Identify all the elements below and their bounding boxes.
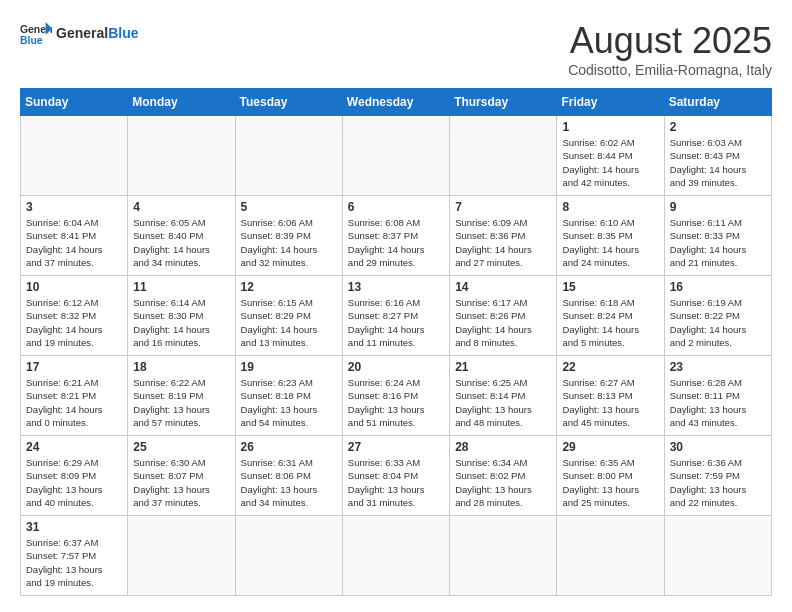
day-number: 26 <box>241 440 337 454</box>
day-number: 7 <box>455 200 551 214</box>
day-number: 11 <box>133 280 229 294</box>
page-header: General Blue GeneralBlue August 2025 Cod… <box>20 20 772 78</box>
calendar-cell: 28Sunrise: 6:34 AM Sunset: 8:02 PM Dayli… <box>450 436 557 516</box>
day-number: 10 <box>26 280 122 294</box>
day-number: 31 <box>26 520 122 534</box>
day-number: 1 <box>562 120 658 134</box>
calendar-week-row: 17Sunrise: 6:21 AM Sunset: 8:21 PM Dayli… <box>21 356 772 436</box>
day-number: 12 <box>241 280 337 294</box>
day-number: 17 <box>26 360 122 374</box>
calendar-cell: 20Sunrise: 6:24 AM Sunset: 8:16 PM Dayli… <box>342 356 449 436</box>
calendar-cell <box>664 516 771 596</box>
calendar-cell: 31Sunrise: 6:37 AM Sunset: 7:57 PM Dayli… <box>21 516 128 596</box>
calendar-week-row: 24Sunrise: 6:29 AM Sunset: 8:09 PM Dayli… <box>21 436 772 516</box>
calendar-cell <box>235 116 342 196</box>
weekday-header-monday: Monday <box>128 89 235 116</box>
day-info: Sunrise: 6:27 AM Sunset: 8:13 PM Dayligh… <box>562 376 658 429</box>
day-number: 24 <box>26 440 122 454</box>
calendar-cell: 23Sunrise: 6:28 AM Sunset: 8:11 PM Dayli… <box>664 356 771 436</box>
day-info: Sunrise: 6:16 AM Sunset: 8:27 PM Dayligh… <box>348 296 444 349</box>
location-subtitle: Codisotto, Emilia-Romagna, Italy <box>568 62 772 78</box>
day-info: Sunrise: 6:08 AM Sunset: 8:37 PM Dayligh… <box>348 216 444 269</box>
calendar-table: SundayMondayTuesdayWednesdayThursdayFrid… <box>20 88 772 596</box>
day-number: 22 <box>562 360 658 374</box>
day-info: Sunrise: 6:36 AM Sunset: 7:59 PM Dayligh… <box>670 456 766 509</box>
title-block: August 2025 Codisotto, Emilia-Romagna, I… <box>568 20 772 78</box>
day-info: Sunrise: 6:21 AM Sunset: 8:21 PM Dayligh… <box>26 376 122 429</box>
calendar-cell <box>128 516 235 596</box>
day-info: Sunrise: 6:17 AM Sunset: 8:26 PM Dayligh… <box>455 296 551 349</box>
weekday-header-thursday: Thursday <box>450 89 557 116</box>
calendar-cell <box>342 116 449 196</box>
logo-icon: General Blue <box>20 20 52 48</box>
weekday-header-wednesday: Wednesday <box>342 89 449 116</box>
day-info: Sunrise: 6:22 AM Sunset: 8:19 PM Dayligh… <box>133 376 229 429</box>
day-number: 28 <box>455 440 551 454</box>
day-info: Sunrise: 6:34 AM Sunset: 8:02 PM Dayligh… <box>455 456 551 509</box>
day-number: 2 <box>670 120 766 134</box>
calendar-cell: 2Sunrise: 6:03 AM Sunset: 8:43 PM Daylig… <box>664 116 771 196</box>
calendar-cell <box>342 516 449 596</box>
calendar-cell: 15Sunrise: 6:18 AM Sunset: 8:24 PM Dayli… <box>557 276 664 356</box>
calendar-cell: 29Sunrise: 6:35 AM Sunset: 8:00 PM Dayli… <box>557 436 664 516</box>
calendar-cell: 6Sunrise: 6:08 AM Sunset: 8:37 PM Daylig… <box>342 196 449 276</box>
calendar-cell: 3Sunrise: 6:04 AM Sunset: 8:41 PM Daylig… <box>21 196 128 276</box>
svg-text:Blue: Blue <box>20 35 43 46</box>
weekday-header-row: SundayMondayTuesdayWednesdayThursdayFrid… <box>21 89 772 116</box>
calendar-cell: 25Sunrise: 6:30 AM Sunset: 8:07 PM Dayli… <box>128 436 235 516</box>
calendar-cell: 4Sunrise: 6:05 AM Sunset: 8:40 PM Daylig… <box>128 196 235 276</box>
day-info: Sunrise: 6:12 AM Sunset: 8:32 PM Dayligh… <box>26 296 122 349</box>
day-info: Sunrise: 6:37 AM Sunset: 7:57 PM Dayligh… <box>26 536 122 589</box>
calendar-cell <box>128 116 235 196</box>
day-number: 6 <box>348 200 444 214</box>
calendar-cell <box>21 116 128 196</box>
calendar-week-row: 31Sunrise: 6:37 AM Sunset: 7:57 PM Dayli… <box>21 516 772 596</box>
day-info: Sunrise: 6:28 AM Sunset: 8:11 PM Dayligh… <box>670 376 766 429</box>
day-number: 9 <box>670 200 766 214</box>
day-info: Sunrise: 6:29 AM Sunset: 8:09 PM Dayligh… <box>26 456 122 509</box>
day-info: Sunrise: 6:02 AM Sunset: 8:44 PM Dayligh… <box>562 136 658 189</box>
day-info: Sunrise: 6:11 AM Sunset: 8:33 PM Dayligh… <box>670 216 766 269</box>
calendar-cell: 10Sunrise: 6:12 AM Sunset: 8:32 PM Dayli… <box>21 276 128 356</box>
day-info: Sunrise: 6:25 AM Sunset: 8:14 PM Dayligh… <box>455 376 551 429</box>
calendar-cell: 27Sunrise: 6:33 AM Sunset: 8:04 PM Dayli… <box>342 436 449 516</box>
calendar-cell: 5Sunrise: 6:06 AM Sunset: 8:39 PM Daylig… <box>235 196 342 276</box>
day-info: Sunrise: 6:15 AM Sunset: 8:29 PM Dayligh… <box>241 296 337 349</box>
calendar-week-row: 10Sunrise: 6:12 AM Sunset: 8:32 PM Dayli… <box>21 276 772 356</box>
logo: General Blue GeneralBlue <box>20 20 138 48</box>
calendar-cell: 22Sunrise: 6:27 AM Sunset: 8:13 PM Dayli… <box>557 356 664 436</box>
day-number: 19 <box>241 360 337 374</box>
weekday-header-sunday: Sunday <box>21 89 128 116</box>
day-info: Sunrise: 6:33 AM Sunset: 8:04 PM Dayligh… <box>348 456 444 509</box>
calendar-cell <box>557 516 664 596</box>
day-info: Sunrise: 6:03 AM Sunset: 8:43 PM Dayligh… <box>670 136 766 189</box>
day-number: 18 <box>133 360 229 374</box>
day-info: Sunrise: 6:23 AM Sunset: 8:18 PM Dayligh… <box>241 376 337 429</box>
day-info: Sunrise: 6:14 AM Sunset: 8:30 PM Dayligh… <box>133 296 229 349</box>
day-number: 30 <box>670 440 766 454</box>
day-number: 25 <box>133 440 229 454</box>
day-number: 3 <box>26 200 122 214</box>
calendar-cell: 18Sunrise: 6:22 AM Sunset: 8:19 PM Dayli… <box>128 356 235 436</box>
calendar-cell: 30Sunrise: 6:36 AM Sunset: 7:59 PM Dayli… <box>664 436 771 516</box>
day-info: Sunrise: 6:24 AM Sunset: 8:16 PM Dayligh… <box>348 376 444 429</box>
day-info: Sunrise: 6:05 AM Sunset: 8:40 PM Dayligh… <box>133 216 229 269</box>
day-info: Sunrise: 6:09 AM Sunset: 8:36 PM Dayligh… <box>455 216 551 269</box>
calendar-cell <box>450 116 557 196</box>
day-number: 23 <box>670 360 766 374</box>
day-info: Sunrise: 6:30 AM Sunset: 8:07 PM Dayligh… <box>133 456 229 509</box>
calendar-cell <box>235 516 342 596</box>
calendar-week-row: 1Sunrise: 6:02 AM Sunset: 8:44 PM Daylig… <box>21 116 772 196</box>
calendar-cell: 7Sunrise: 6:09 AM Sunset: 8:36 PM Daylig… <box>450 196 557 276</box>
calendar-cell: 14Sunrise: 6:17 AM Sunset: 8:26 PM Dayli… <box>450 276 557 356</box>
day-info: Sunrise: 6:10 AM Sunset: 8:35 PM Dayligh… <box>562 216 658 269</box>
calendar-cell: 12Sunrise: 6:15 AM Sunset: 8:29 PM Dayli… <box>235 276 342 356</box>
day-info: Sunrise: 6:19 AM Sunset: 8:22 PM Dayligh… <box>670 296 766 349</box>
month-title: August 2025 <box>568 20 772 62</box>
day-number: 14 <box>455 280 551 294</box>
day-info: Sunrise: 6:31 AM Sunset: 8:06 PM Dayligh… <box>241 456 337 509</box>
day-number: 20 <box>348 360 444 374</box>
calendar-cell: 21Sunrise: 6:25 AM Sunset: 8:14 PM Dayli… <box>450 356 557 436</box>
day-number: 8 <box>562 200 658 214</box>
calendar-cell: 9Sunrise: 6:11 AM Sunset: 8:33 PM Daylig… <box>664 196 771 276</box>
